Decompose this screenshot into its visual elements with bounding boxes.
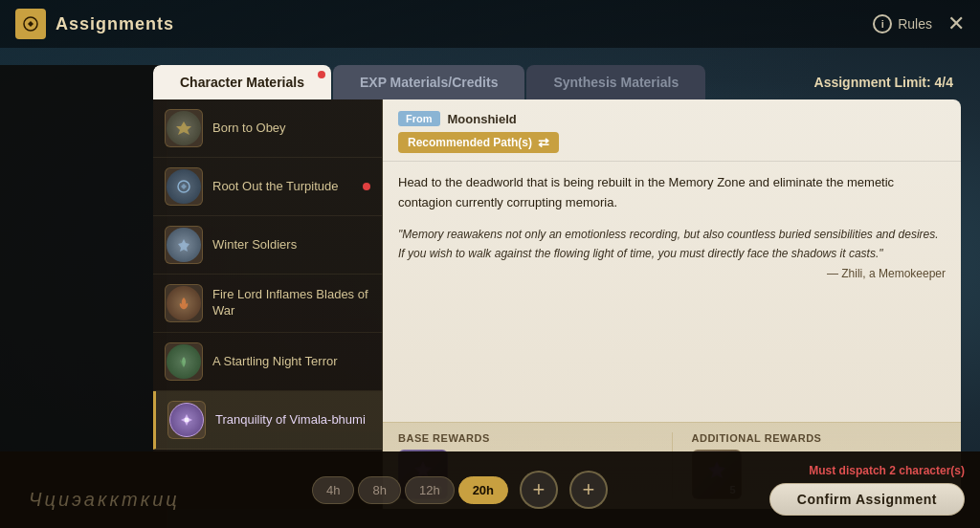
mission-detail: From Moonshield Recommended Path(s) ⇄ He… xyxy=(383,99,961,509)
time-8h-button[interactable]: 8h xyxy=(358,476,400,504)
mission-item-1[interactable]: Born to Obey xyxy=(153,99,382,158)
header-bar: Assignments i Rules ✕ xyxy=(0,0,980,48)
mission-item-2[interactable]: Root Out the Turpitude xyxy=(153,158,382,216)
bottom-logo: Чциэаккткиц xyxy=(29,489,180,511)
rules-button[interactable]: i Rules xyxy=(873,14,932,33)
mission-name-1: Born to Obey xyxy=(212,121,370,137)
mission-item-6[interactable]: Tranquility of Vimala-bhumi xyxy=(153,391,382,450)
detail-header: From Moonshield Recommended Path(s) ⇄ xyxy=(383,99,961,162)
path-icon: ⇄ xyxy=(538,135,549,150)
tab-exp-materials[interactable]: EXP Materials/Credits xyxy=(333,65,524,99)
time-4h-button[interactable]: 4h xyxy=(312,476,354,504)
svg-point-2 xyxy=(185,418,189,423)
content-area: Born to Obey Root Out the Turpitude xyxy=(153,99,961,509)
base-rewards-label: Base Rewards xyxy=(398,432,653,444)
time-12h-button[interactable]: 12h xyxy=(405,476,455,504)
app-title: Assignments xyxy=(56,14,174,34)
mission-icon-3 xyxy=(165,226,203,264)
bottom-right: Must dispatch 2 character(s) Confirm Ass… xyxy=(769,464,965,516)
mission-name-5: A Startling Night Terror xyxy=(212,354,370,370)
mission-list: Born to Obey Root Out the Turpitude xyxy=(153,99,383,509)
mission-icon-6 xyxy=(167,401,206,439)
from-label: From xyxy=(398,111,440,126)
close-button[interactable]: ✕ xyxy=(947,13,965,34)
detail-from-row: From Moonshield xyxy=(398,111,946,126)
assignment-limit: Assignment Limit: 4/4 xyxy=(814,65,961,99)
recommended-label: Recommended Path(s) xyxy=(408,136,532,149)
mission-quote-attribution: — Zhili, a Memokeeper xyxy=(398,267,946,280)
mission-name-2: Root Out the Turpitude xyxy=(212,179,353,195)
detail-content: Head to the deadworld that is being rebu… xyxy=(383,162,961,422)
tabs-row: Character Materials EXP Materials/Credit… xyxy=(153,65,961,99)
confirm-assignment-button[interactable]: Confirm Assignment xyxy=(769,483,965,516)
app-icon xyxy=(15,9,46,39)
tab-synthesis-materials[interactable]: Synthesis Materials xyxy=(526,65,705,99)
mission-item-4[interactable]: Fire Lord Inflames Blades of War xyxy=(153,275,382,333)
mission-quote: "Memory reawakens not only an emotionles… xyxy=(398,225,946,264)
add-character-button-1[interactable]: + xyxy=(520,471,558,509)
mission-name-3: Winter Soldiers xyxy=(212,237,370,253)
mission-icon-4 xyxy=(165,284,203,322)
mission-icon-5 xyxy=(165,342,203,381)
additional-rewards-label: Additional Rewards xyxy=(692,432,947,444)
bottom-bar: Чциэаккткиц 4h 8h 12h 20h + + Must dispa… xyxy=(0,451,980,528)
mission-item-5[interactable]: A Startling Night Terror xyxy=(153,333,382,391)
tab-character-materials[interactable]: Character Materials xyxy=(153,65,331,99)
mission-item-3[interactable]: Winter Soldiers xyxy=(153,216,382,275)
recommended-badge: Recommended Path(s) ⇄ xyxy=(398,132,559,153)
mission-icon-2 xyxy=(165,167,203,206)
mission-icon-1 xyxy=(165,109,203,147)
mission-name-6: Tranquility of Vimala-bhumi xyxy=(215,412,370,429)
time-20h-button[interactable]: 20h xyxy=(458,476,508,504)
mission-name-4: Fire Lord Inflames Blades of War xyxy=(212,287,370,319)
dispatch-warning: Must dispatch 2 character(s) xyxy=(809,464,965,477)
header-controls: i Rules ✕ xyxy=(873,13,965,34)
content-wrapper: Character Materials EXP Materials/Credit… xyxy=(153,65,961,509)
time-buttons: 4h 8h 12h 20h xyxy=(312,476,508,504)
from-value: Moonshield xyxy=(448,112,517,126)
info-icon: i xyxy=(873,14,892,33)
mission-alert-2 xyxy=(363,183,370,190)
add-character-button-2[interactable]: + xyxy=(569,471,608,509)
mission-description: Head to the deadworld that is being rebu… xyxy=(398,173,946,213)
